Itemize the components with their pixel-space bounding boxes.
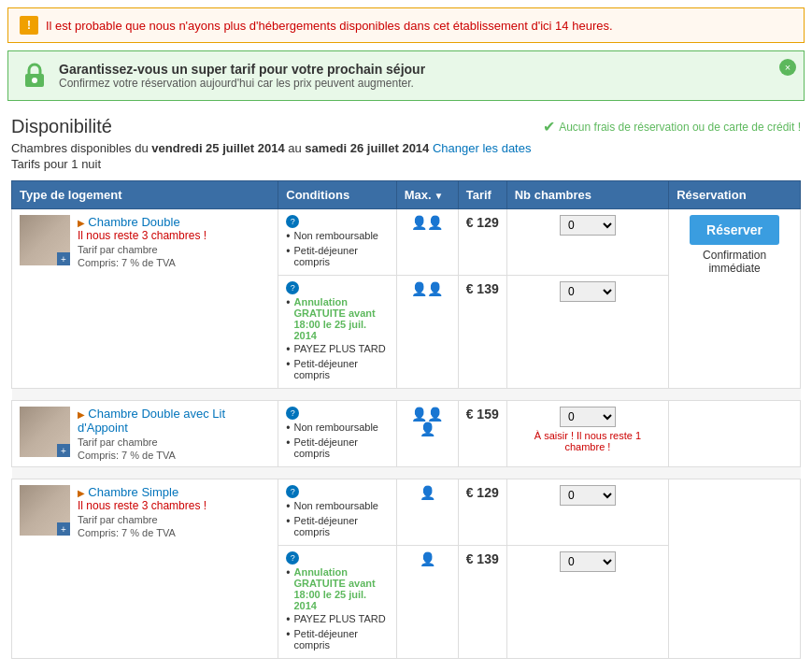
- tarif-amount-double-2: € 139: [466, 281, 499, 296]
- conditions-cell-appoint: ? • Non remboursable • Petit-déjeuner co…: [278, 401, 396, 467]
- room-cell-double: + ▶ Chambre Double Il nous reste 3 chamb…: [12, 209, 278, 389]
- room-info-appoint: ▶ Chambre Double avec Lit d'Appoint Tari…: [78, 407, 270, 461]
- room-arrow-icon-simple: ▶: [78, 488, 85, 498]
- bullet-sb: •: [286, 613, 290, 626]
- nb-select-double-1[interactable]: 0123: [560, 215, 616, 236]
- lock-icon: [20, 61, 50, 91]
- bullet-sc: •: [286, 628, 290, 641]
- col-header-resa: Réservation: [669, 181, 801, 209]
- bullet-2: •: [286, 245, 290, 258]
- alert-warning-banner: ! Il est probable que nous n'ayons plus …: [7, 7, 805, 43]
- no-fees-badge: ✔ Aucun frais de réservation ou de carte…: [543, 118, 801, 136]
- cond-petit-dej-text-2: Petit-déjeuner compris: [293, 358, 388, 380]
- conditions-cell-double-2: ? • Annulation GRATUITE avant 18:00 le 2…: [278, 276, 396, 389]
- bullet-s1: •: [286, 500, 290, 513]
- tarif-amount-double-1: € 129: [466, 215, 499, 230]
- date-middle: au: [285, 141, 306, 155]
- cond-text-2: Petit-déjeuner compris: [293, 245, 388, 267]
- cond-annul-text: Annulation GRATUITE avant 18:00 le 25 ju…: [293, 296, 388, 341]
- conditions-cell-double-1: ? • Non remboursable • Petit-déjeuner co…: [278, 209, 396, 276]
- bullet-sa: •: [286, 566, 290, 579]
- info-icon-2[interactable]: ?: [286, 281, 299, 294]
- availability-table: Type de logement Conditions Max. Tarif N…: [11, 180, 801, 659]
- cond-text-1: Non remboursable: [293, 230, 378, 241]
- nb-cell-double-2: 0123: [506, 276, 668, 389]
- nb-warning-text: À saisir ! Il nous reste 1 chambre !: [534, 430, 641, 452]
- cond-petit-dej-simple-2: • Petit-déjeuner compris: [286, 628, 388, 651]
- date-line: Chambres disponibles du vendredi 25 juil…: [11, 141, 801, 155]
- room-availability-simple: Il nous reste 3 chambres !: [78, 499, 207, 512]
- col-header-conditions: Conditions: [278, 181, 396, 209]
- cond-text-ap1: Non remboursable: [293, 422, 378, 433]
- cond-payez-simple-text: PAYEZ PLUS TARD: [293, 613, 385, 624]
- image-plus-icon-simple[interactable]: +: [57, 522, 70, 536]
- room-image-appoint: +: [20, 407, 70, 457]
- nb-warning-appoint: À saisir ! Il nous reste 1 chambre !: [515, 430, 661, 452]
- info-icon-simple-2[interactable]: ?: [286, 551, 299, 565]
- room-tarif-par-double: Tarif par chambre: [78, 244, 207, 255]
- nb-select-simple-1[interactable]: 0123: [560, 485, 616, 506]
- availability-section: Disponibilité ✔ Aucun frais de réservati…: [0, 108, 812, 666]
- col-header-tarif: Tarif: [458, 181, 506, 209]
- room-name-appoint[interactable]: Chambre Double avec Lit d'Appoint: [78, 407, 225, 435]
- resa-cell-appoint: [669, 401, 801, 467]
- room-arrow-icon: ▶: [78, 218, 85, 228]
- room-name-double[interactable]: Chambre Double: [88, 215, 179, 229]
- nb-select-simple-2[interactable]: 0123: [560, 551, 616, 572]
- cond-annul-simple: • Annulation GRATUITE avant 18:00 le 25 …: [286, 566, 388, 611]
- nb-cell-double-1: 0123: [506, 209, 668, 276]
- reserver-button[interactable]: Réserver: [690, 215, 779, 245]
- persons-icon-appoint: 👤👤👤: [411, 407, 443, 436]
- info-icon-simple-1[interactable]: ?: [286, 485, 299, 498]
- alert-text: Il est probable que nous n'ayons plus d'…: [46, 19, 613, 33]
- cond-non-remb-simple: • Non remboursable: [286, 500, 388, 513]
- promo-title: Garantissez-vous un super tarif pour vot…: [59, 62, 425, 77]
- cond-text-s2: Petit-déjeuner compris: [293, 515, 388, 537]
- conditions-cell-simple-2: ? • Annulation GRATUITE avant 18:00 le 2…: [278, 546, 396, 659]
- cond-payez-simple: • PAYEZ PLUS TARD: [286, 613, 388, 626]
- room-compris-appoint: Compris: 7 % de TVA: [78, 450, 270, 461]
- info-icon[interactable]: ?: [286, 215, 299, 228]
- confirmation-text: Confirmation immédiate: [677, 249, 792, 275]
- condition-info-simple-1: ?: [286, 485, 388, 498]
- tarif-amount-appoint: € 159: [466, 407, 499, 422]
- bullet-a: •: [286, 296, 290, 309]
- tarif-cell-double-1: € 129: [458, 209, 506, 276]
- persons-icon-double-1: 👤👤: [411, 215, 443, 230]
- info-icon-appoint[interactable]: ?: [286, 407, 299, 420]
- condition-item: ?: [286, 215, 388, 228]
- image-plus-icon-appoint[interactable]: +: [57, 444, 70, 457]
- nb-select-appoint[interactable]: 01: [560, 407, 616, 427]
- condition-non-remb-1: • Non remboursable: [286, 230, 388, 243]
- cond-petit-dej-simple: • Petit-déjeuner compris: [286, 515, 388, 537]
- room-arrow-icon-appoint: ▶: [78, 409, 85, 420]
- room-compris-simple: Compris: 7 % de TVA: [78, 527, 207, 538]
- max-cell-appoint: 👤👤👤: [396, 401, 458, 467]
- room-tarif-par-appoint: Tarif par chambre: [78, 436, 270, 448]
- image-plus-icon[interactable]: +: [57, 252, 70, 265]
- nb-select-double-2[interactable]: 0123: [560, 281, 616, 302]
- promo-close-button[interactable]: ×: [779, 59, 796, 76]
- change-dates-link[interactable]: Changer les dates: [433, 141, 532, 155]
- cond-text-s1: Non remboursable: [293, 500, 378, 511]
- availability-header: Disponibilité ✔ Aucun frais de réservati…: [11, 116, 801, 137]
- room-name-simple[interactable]: Chambre Simple: [88, 485, 178, 499]
- cond-payez: • PAYEZ PLUS TARD: [286, 343, 388, 356]
- date-prefix: Chambres disponibles du: [11, 141, 151, 155]
- table-row-simple-1: + ▶ Chambre Simple Il nous reste 3 chamb…: [12, 479, 801, 546]
- nb-cell-appoint: 01 À saisir ! Il nous reste 1 chambre !: [506, 401, 668, 467]
- room-availability-double: Il nous reste 3 chambres !: [78, 229, 207, 242]
- cond-annul-simple-text: Annulation GRATUITE avant 18:00 le 25 ju…: [293, 566, 388, 611]
- cond-annul: • Annulation GRATUITE avant 18:00 le 25 …: [286, 296, 388, 341]
- spacer-row-1: [12, 389, 801, 401]
- col-header-max: Max.: [396, 181, 458, 209]
- promo-subtitle: Confirmez votre réservation aujourd'hui …: [59, 77, 425, 90]
- room-compris-double: Compris: 7 % de TVA: [78, 257, 207, 268]
- persons-icon-simple-1: 👤: [420, 485, 435, 500]
- nb-cell-simple-1: 0123: [506, 479, 668, 546]
- cond-petit-dej-2: • Petit-déjeuner compris: [286, 358, 388, 380]
- max-cell-double-1: 👤👤: [396, 209, 458, 276]
- condition-info-appoint: ?: [286, 407, 388, 420]
- room-tarif-par-simple: Tarif par chambre: [78, 514, 207, 525]
- date-start: vendredi 25 juillet 2014: [151, 141, 284, 155]
